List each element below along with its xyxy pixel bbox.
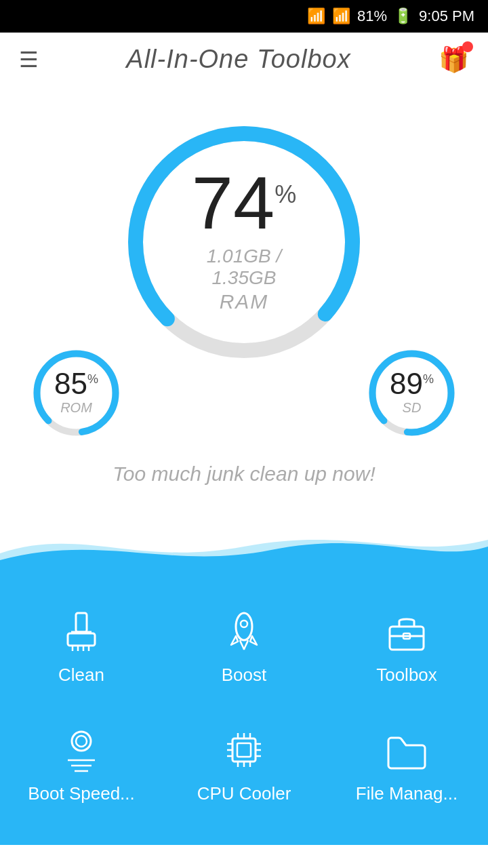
clean-label: Clean: [58, 665, 104, 686]
boost-label: Boost: [222, 665, 267, 686]
ram-label: RAM: [180, 290, 308, 313]
wifi-icon: 📶: [307, 7, 325, 25]
svg-point-14: [241, 620, 247, 627]
svg-point-18: [72, 732, 91, 751]
notification-badge: [462, 41, 473, 52]
boot-speed-button[interactable]: Boot Speed...: [0, 706, 163, 825]
wave-divider: [0, 513, 488, 574]
rom-label: ROM: [54, 400, 98, 416]
ram-percent: 74%: [180, 165, 308, 240]
svg-rect-8: [68, 633, 95, 646]
boot-speed-icon: [58, 726, 105, 774]
toolbox-button[interactable]: Toolbox: [325, 587, 488, 706]
sd-label: SD: [390, 400, 434, 416]
clean-button[interactable]: Clean: [0, 587, 163, 706]
toolbox-icon: [383, 608, 430, 655]
gauge-container: 74% 1.01GB / 1.35GB RAM 85%: [0, 100, 488, 492]
ram-usage: 1.01GB / 1.35GB: [180, 245, 308, 289]
cpu-cooler-icon: [220, 726, 268, 774]
rom-percent: 85%: [54, 369, 98, 399]
sd-gauge: 89% SD: [363, 344, 461, 442]
toolbox-label: Toolbox: [376, 665, 437, 686]
file-manager-button[interactable]: File Manag...: [325, 706, 488, 825]
sd-gauge-center: 89% SD: [390, 369, 434, 416]
app-header: ☰ All-In-One Toolbox 🎁: [0, 33, 488, 86]
battery-icon: 🔋: [394, 7, 412, 25]
svg-rect-23: [232, 738, 256, 762]
hamburger-icon: ☰: [19, 47, 39, 72]
rom-gauge: 85% ROM: [27, 344, 125, 442]
cpu-cooler-button[interactable]: CPU Cooler: [163, 706, 325, 825]
status-bar: 📶 📶 81% 🔋 9:05 PM: [0, 0, 488, 33]
svg-rect-24: [237, 743, 251, 757]
boost-button[interactable]: Boost: [163, 587, 325, 706]
warning-message: Too much junk clean up now!: [99, 462, 388, 486]
bottom-menu: Clean Boost: [0, 574, 488, 845]
file-manager-icon: [383, 726, 430, 774]
file-manager-label: File Manag...: [356, 783, 458, 804]
battery-text: 81%: [357, 7, 387, 25]
small-gauges-row: 85% ROM 89% SD: [0, 344, 488, 442]
boost-icon: [220, 608, 268, 655]
time-text: 9:05 PM: [419, 7, 474, 25]
signal-icon: 📶: [332, 7, 350, 25]
clean-icon: [58, 608, 105, 655]
app-title: All-In-One Toolbox: [39, 45, 439, 74]
wave-svg: [0, 513, 488, 574]
cpu-cooler-label: CPU Cooler: [197, 783, 291, 804]
svg-rect-6: [76, 613, 87, 632]
boot-speed-label: Boot Speed...: [28, 783, 135, 804]
main-content: 74% 1.01GB / 1.35GB RAM 85%: [0, 86, 488, 574]
menu-button[interactable]: ☰: [19, 49, 39, 71]
svg-point-19: [76, 736, 87, 747]
rom-gauge-center: 85% ROM: [54, 369, 98, 416]
menu-grid: Clean Boost: [0, 587, 488, 825]
ram-gauge: 74% 1.01GB / 1.35GB RAM: [115, 113, 373, 371]
gift-button[interactable]: 🎁: [439, 45, 469, 74]
ram-gauge-center: 74% 1.01GB / 1.35GB RAM: [180, 165, 308, 313]
sd-percent: 89%: [390, 369, 434, 399]
